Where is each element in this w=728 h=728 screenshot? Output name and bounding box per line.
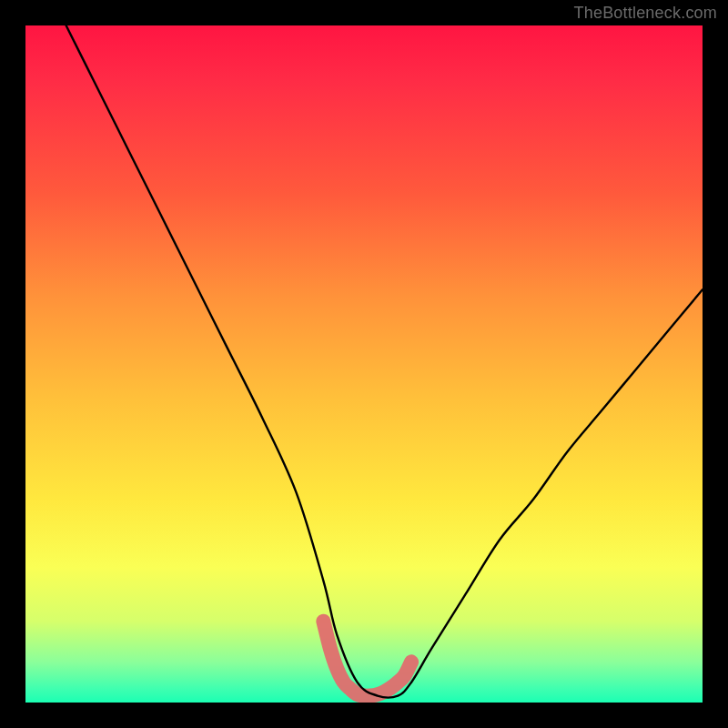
- chart-frame: TheBottleneck.com: [0, 0, 728, 728]
- chart-svg: [25, 25, 703, 703]
- primary-curve: [66, 25, 703, 697]
- plot-area: [25, 25, 703, 703]
- watermark-text: TheBottleneck.com: [574, 4, 717, 23]
